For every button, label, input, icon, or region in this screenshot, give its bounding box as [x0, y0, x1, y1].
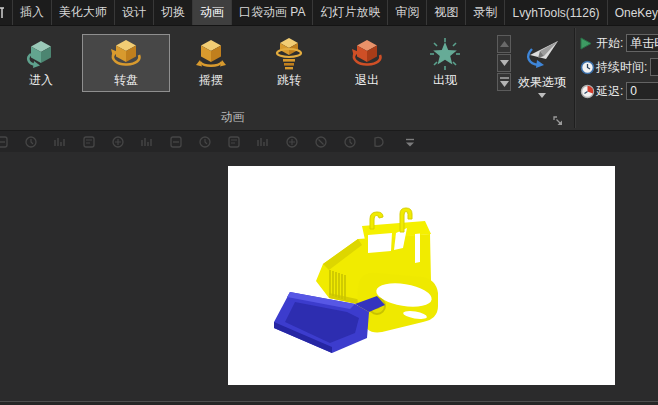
paper-plane-icon	[520, 35, 564, 73]
delay-label: 延迟:	[596, 83, 623, 100]
tab-view[interactable]: 视图	[426, 0, 465, 25]
toolbar-icon[interactable]	[168, 134, 184, 150]
toolbar-icon[interactable]	[313, 134, 329, 150]
gallery-scroll-down-button[interactable]	[497, 54, 511, 72]
ribbon-tab-bar: 插入 美化大师 设计 切换 动画 口袋动画 PA 幻灯片放映 审阅 视图 录制 …	[0, 0, 658, 25]
dialog-launcher-icon	[553, 116, 564, 127]
gallery-scroll-up-button[interactable]	[497, 35, 511, 53]
start-row: 开始: 单击时	[580, 34, 658, 52]
animation-group-label: 动画	[0, 109, 465, 126]
group-separator	[574, 28, 576, 128]
clipped-glyph-icon	[0, 6, 6, 20]
slide[interactable]	[228, 166, 615, 385]
tab-pocket-animation-pa[interactable]: 口袋动画 PA	[231, 0, 312, 25]
effect-label: 退出	[355, 73, 379, 87]
toolbar-icon[interactable]	[23, 134, 39, 150]
tab-insert[interactable]: 插入	[13, 0, 51, 25]
swing-cube-icon	[192, 35, 230, 73]
toy-bulldozer-3d-model[interactable]	[228, 166, 615, 385]
timing-group: 开始: 单击时 持续时间: 延迟: 0	[580, 34, 658, 106]
gallery-more-button[interactable]	[497, 73, 511, 91]
enter-cube-icon	[23, 35, 59, 73]
toolbar-icon[interactable]	[342, 134, 358, 150]
chevron-down-icon	[500, 60, 509, 66]
toolbar-icon[interactable]	[52, 134, 68, 150]
toolbar-icon[interactable]	[197, 134, 213, 150]
effect-label: 摇摆	[199, 73, 223, 87]
effect-jump-button[interactable]: 跳转	[252, 34, 326, 92]
toolbar-icon[interactable]	[81, 134, 97, 150]
tab-animations[interactable]: 动画	[192, 0, 231, 25]
toolbar-icon[interactable]	[139, 134, 155, 150]
addin-toolbar	[0, 130, 658, 152]
start-label: 开始:	[596, 35, 623, 52]
tab-lvyhtools[interactable]: LvyhTools(1126)	[504, 0, 606, 25]
animation-effect-gallery: 进入 转盘	[4, 34, 482, 92]
tab-design[interactable]: 设计	[114, 0, 153, 25]
tab-beautify-master[interactable]: 美化大师	[51, 0, 114, 25]
status-bar	[0, 401, 658, 405]
ribbon-group-row: 动画	[0, 105, 572, 131]
tab-review[interactable]: 审阅	[387, 0, 426, 25]
effect-options-label: 效果选项	[518, 75, 566, 89]
duration-row: 持续时间:	[580, 58, 658, 76]
start-play-icon	[580, 37, 596, 50]
toolbar-overflow-button[interactable]	[405, 134, 421, 150]
clipped-tab-fragment[interactable]	[0, 0, 13, 25]
chevron-more-icon	[405, 138, 415, 148]
dialog-launcher-button[interactable]	[553, 113, 565, 125]
effect-label: 进入	[29, 73, 53, 87]
exit-cube-icon	[348, 35, 386, 73]
tab-transitions[interactable]: 切换	[153, 0, 192, 25]
toolbar-icon[interactable]	[371, 134, 387, 150]
effect-exit-button[interactable]: 退出	[330, 34, 404, 92]
delay-row: 延迟: 0	[580, 82, 658, 100]
delay-clock-icon	[580, 84, 596, 99]
tab-onekey8[interactable]: OneKey 8	[607, 0, 658, 25]
start-combobox[interactable]: 单击时	[626, 34, 658, 52]
toolbar-icon[interactable]	[255, 134, 271, 150]
appear-star-icon	[427, 35, 463, 73]
editing-canvas	[0, 152, 658, 401]
jump-cube-icon	[270, 35, 308, 73]
toolbar-icon[interactable]	[284, 134, 300, 150]
effect-swing-button[interactable]: 摇摆	[174, 34, 248, 92]
chevron-down-icon	[538, 93, 546, 98]
effect-enter-button[interactable]: 进入	[4, 34, 78, 92]
toolbar-icon[interactable]	[110, 134, 126, 150]
duration-clock-icon	[580, 60, 596, 75]
toolbar-icon[interactable]	[0, 134, 10, 150]
tab-record[interactable]: 录制	[465, 0, 504, 25]
effect-turntable-button[interactable]: 转盘	[82, 34, 170, 92]
effect-appear-button[interactable]: 出现	[408, 34, 482, 92]
app-window: 插入 美化大师 设计 切换 动画 口袋动画 PA 幻灯片放映 审阅 视图 录制 …	[0, 0, 658, 405]
effect-options-button[interactable]: 效果选项	[513, 35, 571, 109]
turntable-cube-icon	[107, 35, 145, 73]
delay-spinbox[interactable]: 0	[626, 82, 658, 100]
duration-label: 持续时间:	[596, 59, 647, 76]
effect-label: 转盘	[114, 73, 138, 87]
effect-label: 跳转	[277, 73, 301, 87]
more-effects-icon	[500, 77, 509, 87]
effect-label: 出现	[433, 73, 457, 87]
animation-ribbon: 进入 转盘	[0, 25, 658, 130]
tab-slideshow[interactable]: 幻灯片放映	[312, 0, 387, 25]
chevron-up-icon	[500, 41, 509, 47]
toolbar-icon[interactable]	[226, 134, 242, 150]
gallery-scroll-buttons	[497, 35, 511, 91]
duration-spinbox[interactable]	[650, 58, 658, 76]
